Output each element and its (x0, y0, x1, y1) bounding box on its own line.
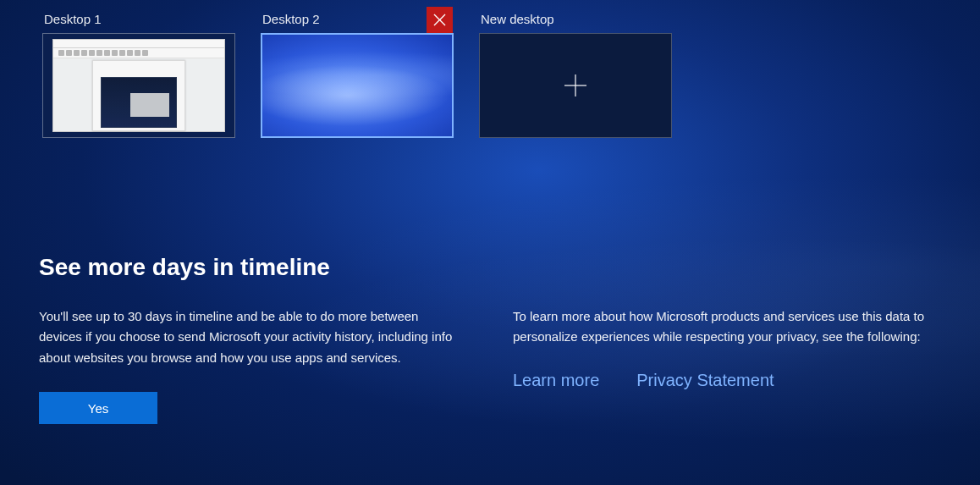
desktop-thumbnail-1[interactable] (42, 33, 235, 138)
desktop-item-new: New desktop (479, 7, 672, 138)
desktop-label: New desktop (479, 7, 672, 33)
app-window-preview (52, 39, 225, 132)
new-desktop-label-text: New desktop (481, 12, 554, 26)
desktop-thumbnail-2[interactable] (261, 33, 454, 138)
timeline-left-column: You'll see up to 30 days in timeline and… (39, 306, 454, 424)
learn-more-link[interactable]: Learn more (513, 367, 599, 394)
desktop-label-text: Desktop 2 (262, 12, 320, 26)
desktop-label: Desktop 1 (42, 7, 235, 33)
close-desktop-button[interactable] (427, 7, 453, 33)
desktop-label-text: Desktop 1 (44, 12, 102, 26)
desktop-label: Desktop 2 (261, 7, 454, 33)
privacy-statement-link[interactable]: Privacy Statement (636, 367, 774, 394)
virtual-desktops-row: Desktop 1 Desktop 2 New desktop (0, 0, 980, 138)
timeline-left-text: You'll see up to 30 days in timeline and… (39, 306, 454, 368)
yes-button[interactable]: Yes (39, 392, 157, 424)
timeline-heading: See more days in timeline (39, 254, 941, 281)
plus-icon (562, 72, 589, 99)
timeline-right-text: To learn more about how Microsoft produc… (513, 306, 928, 348)
new-desktop-button[interactable] (479, 33, 672, 138)
timeline-right-column: To learn more about how Microsoft produc… (513, 306, 928, 424)
timeline-links: Learn more Privacy Statement (513, 367, 928, 394)
timeline-prompt: See more days in timeline You'll see up … (39, 254, 941, 424)
close-icon (433, 14, 446, 26)
timeline-columns: You'll see up to 30 days in timeline and… (39, 306, 941, 424)
desktop-item-1: Desktop 1 (42, 7, 235, 138)
desktop-item-2: Desktop 2 (261, 7, 454, 138)
